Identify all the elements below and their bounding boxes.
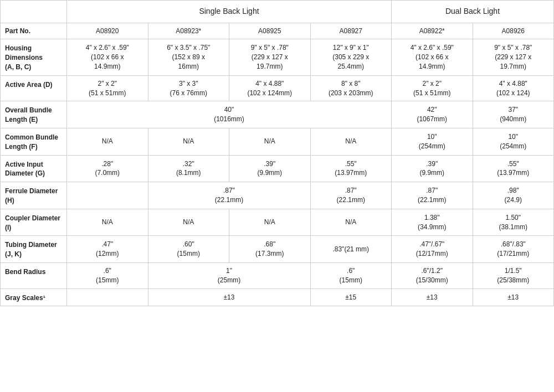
row-label-input-diam: Active InputDiameter (G): [1, 155, 67, 182]
cell-housing-d1: 4" x 2.6" x .59"(102 x 66 x14.9mm): [392, 39, 473, 75]
cell-bundle-common-s2: N/A: [148, 128, 229, 155]
table-row: Common BundleLength (F) N/A N/A N/A N/A …: [1, 128, 554, 155]
table-row: HousingDimensions(A, B, C) 4" x 2.6" x .…: [1, 39, 554, 75]
part-a08923: A08923*: [148, 23, 229, 39]
cell-housing-d2: 9" x 5" x .78"(229 x 127 x19.7mm): [473, 39, 554, 75]
row-label-coupler: Coupler Diameter(I): [1, 209, 67, 236]
cell-input-diam-s1: .28"(7.0mm): [67, 155, 148, 182]
row-label-bend: Bend Radius: [1, 262, 67, 288]
part-number-row: Part No. A08920 A08923* A08925 A08927 A0…: [1, 23, 554, 39]
cell-input-diam-s4: .55"(13.97mm): [310, 155, 392, 182]
cell-bundle-overall-d1: 42"(1067mm): [392, 101, 473, 128]
cell-coupler-s1: N/A: [67, 209, 148, 236]
cell-housing-s1: 4" x 2.6" x .59"(102 x 66 x14.9mm): [67, 39, 148, 75]
cell-coupler-d1: 1.38"(34.9mm): [392, 209, 473, 236]
cell-bend-s4: .6"(15mm): [310, 262, 392, 288]
cell-gray-s23: ±13: [148, 288, 310, 306]
cell-ferrule-d2: .98"(24.9): [473, 182, 554, 209]
cell-bundle-common-s4: N/A: [310, 128, 392, 155]
cell-tubing-s2: .60"(15mm): [148, 236, 229, 263]
row-label-active-area: Active Area (D): [1, 75, 67, 101]
table-row: Tubing Diameter(J, K) .47"(12mm) .60"(15…: [1, 236, 554, 263]
part-a08925: A08925: [229, 23, 311, 39]
cell-input-diam-s3: .39"(9.9mm): [229, 155, 311, 182]
cell-bundle-overall-single: 40"(1016mm): [67, 101, 392, 128]
cell-tubing-s4: .83"(21 mm): [310, 236, 392, 263]
cell-ferrule-s4: .87"(22.1mm): [310, 182, 392, 209]
dual-back-light-header: Dual Back Light: [392, 1, 554, 23]
table-row: Gray Scales¹ ±13 ±15 ±13 ±13: [1, 288, 554, 306]
cell-gray-d1: ±13: [392, 288, 473, 306]
cell-input-diam-s2: .32"(8.1mm): [148, 155, 229, 182]
row-label-bundle-overall: Overall BundleLength (E): [1, 101, 67, 128]
table-row: Bend Radius .6"(15mm) 1"(25mm) .6"(15mm)…: [1, 262, 554, 288]
group-header-row: Single Back Light Dual Back Light: [1, 1, 554, 23]
cell-housing-s4: 12" x 9" x 1"(305 x 229 x25.4mm): [310, 39, 392, 75]
cell-bundle-overall-d2: 37"(940mm): [473, 101, 554, 128]
cell-bundle-common-d2: 10"(254mm): [473, 128, 554, 155]
part-no-label: Part No.: [1, 23, 67, 39]
cell-coupler-s2: N/A: [148, 209, 229, 236]
cell-bundle-common-s3: N/A: [229, 128, 311, 155]
row-label-gray-scales: Gray Scales¹: [1, 288, 67, 306]
part-a08926: A08926: [473, 23, 554, 39]
cell-housing-s2: 6" x 3.5" x .75"(152 x 89 x16mm): [148, 39, 229, 75]
cell-gray-s1: [67, 288, 148, 306]
cell-tubing-d2: .68"/.83"(17/21mm): [473, 236, 554, 263]
row-label-tubing: Tubing Diameter(J, K): [1, 236, 67, 263]
cell-housing-s3: 9" x 5" x .78"(229 x 127 x19.7mm): [229, 39, 311, 75]
cell-ferrule-s23: .87"(22.1mm): [148, 182, 310, 209]
cell-bend-d1: .6"/1.2"(15/30mm): [392, 262, 473, 288]
row-label-ferrule: Ferrule Diameter(H): [1, 182, 67, 209]
cell-active-s3: 4" x 4.88"(102 x 124mm): [229, 75, 311, 101]
cell-coupler-s3: N/A: [229, 209, 311, 236]
cell-ferrule-s1: [67, 182, 148, 209]
part-a08927: A08927: [310, 23, 392, 39]
cell-active-s2: 3" x 3"(76 x 76mm): [148, 75, 229, 101]
table-row: Overall BundleLength (E) 40"(1016mm) 42"…: [1, 101, 554, 128]
empty-corner: [1, 1, 67, 23]
part-a08920: A08920: [67, 23, 148, 39]
single-back-light-header: Single Back Light: [67, 1, 392, 23]
table-row: Active InputDiameter (G) .28"(7.0mm) .32…: [1, 155, 554, 182]
cell-bundle-common-s1: N/A: [67, 128, 148, 155]
cell-bend-d2: 1/1.5"(25/38mm): [473, 262, 554, 288]
cell-tubing-s3: .68"(17.3mm): [229, 236, 311, 263]
table-row: Active Area (D) 2" x 2"(51 x 51mm) 3" x …: [1, 75, 554, 101]
row-label-bundle-common: Common BundleLength (F): [1, 128, 67, 155]
cell-bend-s23: 1"(25mm): [148, 262, 310, 288]
row-label-housing: HousingDimensions(A, B, C): [1, 39, 67, 75]
table-row: Coupler Diameter(I) N/A N/A N/A N/A 1.38…: [1, 209, 554, 236]
cell-input-diam-d1: .39"(9.9mm): [392, 155, 473, 182]
cell-active-s4: 8" x 8"(203 x 203mm): [310, 75, 392, 101]
cell-tubing-d1: .47"/.67"(12/17mm): [392, 236, 473, 263]
cell-input-diam-d2: .55"(13.97mm): [473, 155, 554, 182]
part-a08922: A08922*: [392, 23, 473, 39]
cell-ferrule-d1: .87"(22.1mm): [392, 182, 473, 209]
cell-tubing-s1: .47"(12mm): [67, 236, 148, 263]
table-row: Ferrule Diameter(H) .87"(22.1mm) .87"(22…: [1, 182, 554, 209]
cell-active-d1: 2" x 2"(51 x 51mm): [392, 75, 473, 101]
cell-coupler-d2: 1.50"(38.1mm): [473, 209, 554, 236]
cell-gray-d2: ±13: [473, 288, 554, 306]
cell-gray-s4: ±15: [310, 288, 392, 306]
cell-bend-s1: .6"(15mm): [67, 262, 148, 288]
cell-coupler-s4: N/A: [310, 209, 392, 236]
cell-active-s1: 2" x 2"(51 x 51mm): [67, 75, 148, 101]
cell-active-d2: 4" x 4.88"(102 x 124): [473, 75, 554, 101]
cell-bundle-common-d1: 10"(254mm): [392, 128, 473, 155]
